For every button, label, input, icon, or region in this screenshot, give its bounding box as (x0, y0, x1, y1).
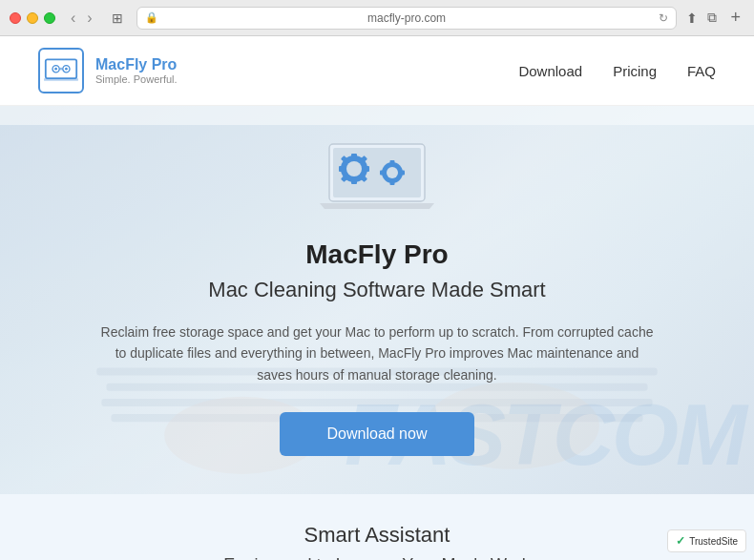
navigation-buttons: ‹ › (67, 9, 96, 28)
hero-description: Reclaim free storage space and get your … (100, 321, 654, 385)
svg-point-3 (54, 68, 57, 71)
svg-rect-1 (44, 78, 78, 81)
logo-box (38, 48, 84, 93)
bottom-subtitle: Engineered to Improve Your Mac's Work (38, 555, 716, 560)
svg-rect-19 (339, 166, 345, 172)
brand-text: MacFly Pro Simple. Powerful. (95, 56, 178, 85)
browser-chrome: ‹ › ⊞ 🔒 macfly-pro.com ↻ ⬆ ⧉ + (0, 0, 754, 36)
svg-rect-28 (390, 180, 395, 185)
svg-rect-29 (380, 171, 385, 176)
svg-rect-27 (390, 160, 395, 165)
logo-icon (44, 57, 78, 84)
logo-area: MacFly Pro Simple. Powerful. (38, 48, 178, 93)
svg-point-5 (65, 68, 68, 71)
trusted-site-badge: ✓ TrustedSite (667, 529, 746, 552)
hero-title: MacFly Pro (38, 239, 716, 270)
refresh-button[interactable]: ↻ (659, 11, 668, 25)
hero-app-icon (320, 135, 434, 220)
hero-content: MacFly Pro Mac Cleaning Software Made Sm… (38, 135, 716, 456)
forward-button[interactable]: › (83, 9, 95, 28)
brand-name-link[interactable]: MacFly Pro (95, 56, 178, 73)
back-button[interactable]: ‹ (67, 9, 79, 28)
lock-icon: 🔒 (145, 11, 158, 24)
trusted-site-label: TrustedSite (689, 536, 738, 547)
browser-actions: ⬆ ⧉ (684, 8, 719, 28)
hero-subtitle: Mac Cleaning Software Made Smart (38, 278, 716, 302)
hero-section: FASTCOM (0, 106, 754, 494)
svg-point-26 (387, 167, 398, 178)
svg-rect-20 (364, 166, 369, 172)
new-tab-button[interactable]: + (726, 8, 744, 28)
bottom-section: Smart Assistant Engineered to Improve Yo… (0, 494, 754, 560)
address-bar[interactable]: 🔒 macfly-pro.com ↻ (136, 7, 678, 30)
share-button[interactable]: ⬆ (684, 9, 700, 28)
svg-point-16 (346, 161, 362, 176)
svg-rect-18 (351, 178, 357, 184)
nav-pricing[interactable]: Pricing (613, 63, 657, 79)
nav-faq[interactable]: FAQ (687, 63, 716, 79)
trusted-check-icon: ✓ (676, 534, 685, 548)
close-button[interactable] (10, 12, 21, 24)
address-text: macfly-pro.com (367, 11, 446, 25)
tab-duplicate-button[interactable]: ⧉ (705, 8, 719, 28)
website-content: MacFly Pro Simple. Powerful. Download Pr… (0, 36, 754, 560)
bottom-title: Smart Assistant (38, 523, 716, 548)
maximize-button[interactable] (44, 12, 55, 24)
tab-view-button[interactable]: ⊞ (106, 9, 129, 28)
traffic-lights (10, 12, 55, 24)
nav-download[interactable]: Download (518, 63, 582, 79)
site-nav: Download Pricing FAQ (518, 63, 716, 79)
site-header: MacFly Pro Simple. Powerful. Download Pr… (0, 36, 754, 106)
svg-rect-17 (351, 154, 357, 159)
download-now-button[interactable]: Download now (280, 412, 475, 456)
svg-rect-30 (400, 171, 405, 176)
minimize-button[interactable] (27, 12, 38, 24)
brand-tagline: Simple. Powerful. (95, 73, 178, 85)
